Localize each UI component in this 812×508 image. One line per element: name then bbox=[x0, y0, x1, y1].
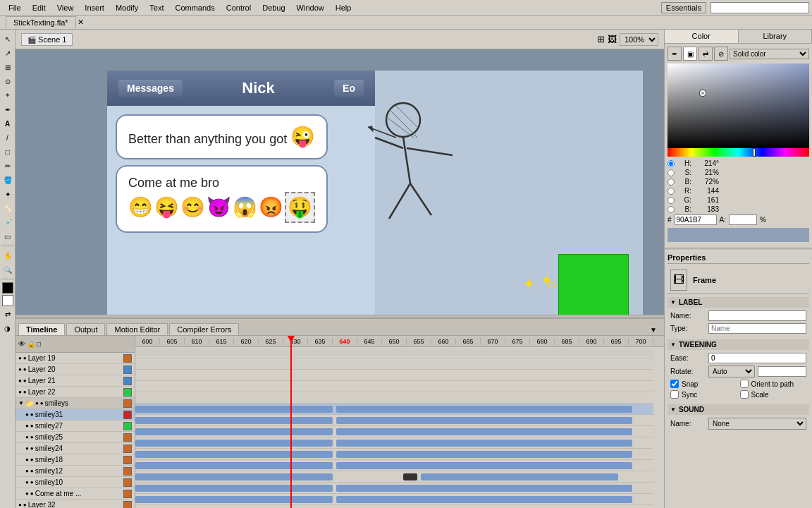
layer-row-32[interactable]: ● ● Layer 32 bbox=[16, 500, 135, 508]
menu-help[interactable]: Help bbox=[330, 2, 357, 13]
orient-checkbox[interactable] bbox=[740, 380, 749, 388]
alpha-input[interactable] bbox=[729, 214, 757, 225]
group-expand-icon[interactable]: ▼ bbox=[18, 400, 24, 406]
sync-checkbox[interactable] bbox=[670, 390, 679, 399]
tool-pen[interactable]: ✒ bbox=[1, 103, 14, 116]
messages-edit-button[interactable]: Eo bbox=[334, 80, 364, 97]
playhead[interactable] bbox=[290, 336, 292, 508]
color-type-select[interactable]: Solid color Linear gradient Radial gradi… bbox=[730, 49, 809, 59]
layer-visibility-smiley18[interactable]: ● bbox=[25, 456, 29, 463]
layer-visibility-20[interactable]: ● bbox=[18, 366, 22, 373]
hue-radio[interactable] bbox=[668, 160, 675, 167]
blue-radio[interactable] bbox=[668, 206, 675, 213]
layer-visibility-smiley25[interactable]: ● bbox=[25, 434, 29, 440]
layer-visibility-21[interactable]: ● bbox=[18, 377, 22, 384]
hex-input[interactable] bbox=[675, 214, 717, 225]
layer-lock-smiley25[interactable]: ● bbox=[30, 434, 34, 440]
layer-visibility-22[interactable]: ● bbox=[18, 389, 22, 395]
layer-row-smiley18[interactable]: ● ● smiley18 bbox=[16, 454, 135, 466]
clip-icon[interactable]: 🖼 bbox=[608, 34, 617, 44]
sat-radio[interactable] bbox=[668, 169, 675, 176]
layer-lock-smiley18[interactable]: ● bbox=[30, 456, 34, 463]
tool-subselect[interactable]: ↗ bbox=[1, 47, 14, 59]
tool-lasso[interactable]: ⌖ bbox=[1, 89, 14, 102]
layer-row-smiley12[interactable]: ● ● smiley12 bbox=[16, 466, 135, 477]
lock-icon[interactable]: 🔒 bbox=[27, 340, 35, 348]
green-radio[interactable] bbox=[668, 197, 675, 204]
layer-visibility-19[interactable]: ● bbox=[18, 355, 22, 361]
menu-file[interactable]: File bbox=[3, 2, 27, 13]
scale-checkbox[interactable] bbox=[740, 390, 749, 399]
menu-commands[interactable]: Commands bbox=[169, 2, 220, 13]
layer-row-smiley27[interactable]: ● ● smiley27 bbox=[16, 421, 135, 432]
fit-screen-icon[interactable]: ⊞ bbox=[597, 34, 605, 44]
tab-compiler-errors[interactable]: Compiler Errors bbox=[169, 323, 239, 335]
layer-lock-smiley12[interactable]: ● bbox=[30, 468, 34, 474]
layer-row-19[interactable]: ● ● Layer 19 bbox=[16, 353, 135, 364]
black-white-icon[interactable]: ◑ bbox=[1, 322, 14, 334]
name-input[interactable] bbox=[708, 310, 806, 321]
tool-hand[interactable]: ✋ bbox=[1, 249, 14, 262]
type-input[interactable] bbox=[708, 323, 806, 334]
layer-lock-smileys[interactable]: ● bbox=[40, 400, 44, 406]
close-tab-icon[interactable]: ✕ bbox=[78, 18, 84, 27]
tool-pencil[interactable]: ✏ bbox=[1, 159, 14, 172]
tab-output[interactable]: Output bbox=[66, 323, 105, 335]
tool-arrow[interactable]: ↖ bbox=[1, 32, 14, 45]
sound-name-select[interactable]: None bbox=[708, 418, 806, 430]
stroke-color-swatch[interactable] bbox=[2, 282, 13, 294]
file-tab[interactable]: StickTexting.fla* bbox=[6, 16, 76, 28]
tool-paint[interactable]: 🪣 bbox=[1, 174, 14, 186]
layer-visibility-smiley24[interactable]: ● bbox=[25, 445, 29, 452]
menu-edit[interactable]: Edit bbox=[27, 2, 51, 13]
rotate-select[interactable]: AutoCWCCWNone bbox=[708, 365, 755, 377]
tool-eraser[interactable]: ▭ bbox=[1, 230, 14, 243]
tool-text[interactable]: A bbox=[1, 117, 14, 130]
layer-lock-32[interactable]: ● bbox=[23, 502, 27, 508]
tab-timeline[interactable]: Timeline bbox=[18, 323, 65, 335]
snap-checkbox[interactable] bbox=[670, 380, 679, 388]
layer-lock-smiley10[interactable]: ● bbox=[30, 479, 34, 485]
tool-bone[interactable]: 🦴 bbox=[1, 202, 14, 214]
layer-lock-21[interactable]: ● bbox=[23, 377, 27, 384]
layer-row-smiley10[interactable]: ● ● smiley10 bbox=[16, 477, 135, 488]
layer-visibility-smiley31[interactable]: ● bbox=[25, 411, 29, 418]
layer-visibility-smiley12[interactable]: ● bbox=[25, 468, 29, 474]
menu-control[interactable]: Control bbox=[221, 2, 257, 13]
layer-row-smileys[interactable]: ▼ 📁 ● ● smileys bbox=[16, 398, 135, 409]
layer-lock-smiley24[interactable]: ● bbox=[30, 445, 34, 452]
layer-visibility-32[interactable]: ● bbox=[18, 502, 22, 508]
stroke-color-tool[interactable]: ✒ bbox=[668, 47, 682, 61]
timeline-collapse-icon[interactable]: ▼ bbox=[646, 325, 661, 335]
tab-library[interactable]: Library bbox=[739, 30, 813, 43]
swap-colors-icon[interactable]: ⇄ bbox=[1, 308, 14, 320]
frames-panel[interactable]: 600 605 610 615 620 625 630 635 640 645 … bbox=[135, 336, 664, 508]
layer-lock-22[interactable]: ● bbox=[23, 389, 27, 395]
essentials-dropdown[interactable]: Essentials bbox=[661, 2, 706, 13]
layer-row-smiley31[interactable]: ● ● smiley31 bbox=[16, 409, 135, 421]
color-picker-gradient[interactable] bbox=[668, 64, 809, 148]
layer-visibility-smiley27[interactable]: ● bbox=[25, 423, 29, 429]
tab-color[interactable]: Color bbox=[665, 30, 739, 43]
menu-debug[interactable]: Debug bbox=[257, 2, 290, 13]
outline-icon[interactable]: □ bbox=[37, 340, 41, 348]
no-color-icon[interactable]: ⊘ bbox=[714, 47, 728, 61]
menu-window[interactable]: Window bbox=[291, 2, 330, 13]
layer-lock-smiley27[interactable]: ● bbox=[30, 423, 34, 429]
search-input[interactable] bbox=[710, 2, 809, 13]
ease-input[interactable] bbox=[708, 353, 806, 363]
tool-line[interactable]: / bbox=[1, 131, 14, 144]
layer-row-21[interactable]: ● ● Layer 21 bbox=[16, 375, 135, 387]
sound-section-title[interactable]: ▼ SOUND bbox=[668, 404, 809, 415]
rotate-count[interactable] bbox=[758, 366, 807, 377]
bright-radio[interactable] bbox=[668, 179, 675, 186]
eye-icon[interactable]: 👁 bbox=[18, 340, 25, 348]
layer-row-20[interactable]: ● ● Layer 20 bbox=[16, 364, 135, 375]
layer-visibility-smiley10[interactable]: ● bbox=[25, 479, 29, 485]
tweening-section-title[interactable]: ▼ TWEENING bbox=[668, 339, 809, 350]
hue-bar[interactable] bbox=[668, 148, 809, 157]
layer-row-22[interactable]: ● ● Layer 22 bbox=[16, 387, 135, 398]
menu-view[interactable]: View bbox=[51, 2, 80, 13]
tab-motion-editor[interactable]: Motion Editor bbox=[106, 323, 168, 335]
layer-row-smiley25[interactable]: ● ● smiley25 bbox=[16, 432, 135, 443]
